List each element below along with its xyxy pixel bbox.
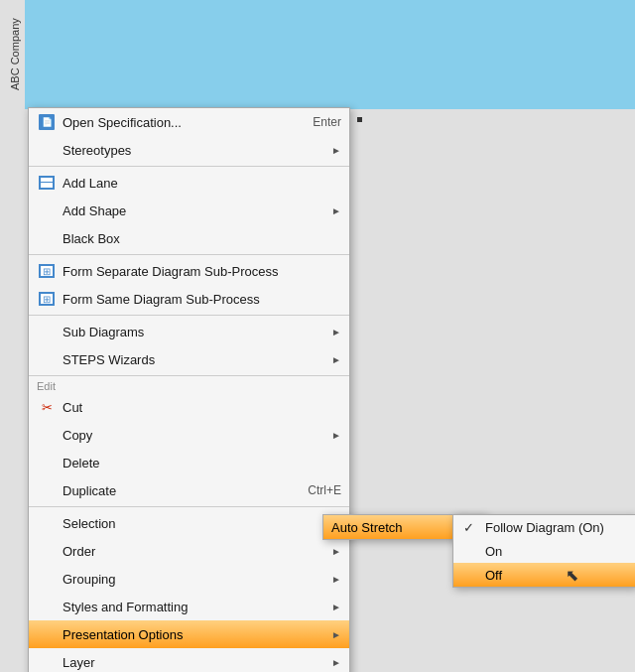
menu-item-layer[interactable]: Layer ► bbox=[29, 648, 349, 672]
no-icon-black-box bbox=[37, 228, 57, 248]
arrow-layer: ► bbox=[331, 657, 341, 668]
menu-label-form-same: Form Same Diagram Sub-Process bbox=[63, 292, 341, 307]
separator-4 bbox=[29, 506, 349, 507]
subprocess2-icon: ⊞ bbox=[37, 289, 57, 309]
submenu-item-on[interactable]: On bbox=[453, 539, 635, 563]
menu-item-copy[interactable]: Copy ► bbox=[29, 421, 349, 449]
shortcut-duplicate: Ctrl+E bbox=[308, 483, 341, 497]
no-icon-stereotypes bbox=[37, 140, 57, 160]
arrow-add-shape: ► bbox=[331, 205, 341, 216]
menu-label-delete: Delete bbox=[63, 456, 341, 470]
shortcut-enter: Enter bbox=[313, 115, 341, 129]
menu-label-copy: Copy bbox=[63, 428, 325, 443]
menu-label-layer: Layer bbox=[63, 655, 325, 670]
mouse-cursor: ⬉ bbox=[566, 566, 578, 585]
no-icon-order bbox=[37, 541, 57, 561]
menu-label-presentation: Presentation Options bbox=[63, 627, 325, 642]
no-icon-selection bbox=[37, 513, 57, 533]
anchor-dot bbox=[357, 117, 362, 122]
no-icon-presentation bbox=[37, 624, 57, 644]
separator-3 bbox=[29, 315, 349, 316]
menu-label-steps: STEPS Wizards bbox=[63, 352, 325, 367]
arrow-order: ► bbox=[331, 546, 341, 557]
menu-item-grouping[interactable]: Grouping ► bbox=[29, 565, 349, 593]
menu-item-styles-formatting[interactable]: Styles and Formatting ► bbox=[29, 593, 349, 620]
canvas-blue-region bbox=[25, 0, 635, 109]
company-label: ABC Company bbox=[5, 5, 25, 104]
menu-item-sub-diagrams[interactable]: Sub Diagrams ► bbox=[29, 318, 349, 345]
menu-label-form-separate: Form Separate Diagram Sub-Process bbox=[63, 264, 341, 279]
no-icon-layer bbox=[37, 652, 57, 672]
scissors-icon: ✂ bbox=[37, 397, 57, 417]
separator-1 bbox=[29, 166, 349, 167]
submenu-label-follow-diagram: Follow Diagram (On) bbox=[485, 520, 604, 535]
check-follow-diagram: ✓ bbox=[463, 520, 481, 535]
menu-label-order: Order bbox=[63, 544, 325, 559]
menu-item-form-same[interactable]: ⊞ Form Same Diagram Sub-Process bbox=[29, 285, 349, 313]
arrow-grouping: ► bbox=[331, 574, 341, 585]
menu-item-black-box[interactable]: Black Box bbox=[29, 224, 349, 252]
menu-label-duplicate: Duplicate bbox=[63, 483, 298, 498]
no-icon-delete bbox=[37, 453, 57, 472]
menu-label-open-spec: Open Specification... bbox=[63, 115, 303, 130]
menu-item-add-shape[interactable]: Add Shape ► bbox=[29, 197, 349, 224]
menu-item-open-spec[interactable]: 📄 Open Specification... Enter bbox=[29, 108, 349, 136]
arrow-copy: ► bbox=[331, 430, 341, 441]
menu-item-stereotypes[interactable]: Stereotypes ► bbox=[29, 136, 349, 164]
context-menu: 📄 Open Specification... Enter Stereotype… bbox=[28, 107, 350, 672]
no-icon-grouping bbox=[37, 569, 57, 589]
lane-icon bbox=[37, 173, 57, 193]
menu-item-duplicate[interactable]: Duplicate Ctrl+E bbox=[29, 476, 349, 504]
menu-item-cut[interactable]: ✂ Cut bbox=[29, 393, 349, 421]
menu-item-add-lane[interactable]: Add Lane bbox=[29, 169, 349, 197]
subprocess-icon: ⊞ bbox=[37, 261, 57, 281]
no-icon-sub-diagrams bbox=[37, 322, 57, 341]
menu-label-selection: Selection bbox=[63, 516, 325, 531]
menu-item-order[interactable]: Order ► bbox=[29, 537, 349, 565]
edit-section-label: Edit bbox=[29, 378, 349, 393]
menu-item-delete[interactable]: Delete bbox=[29, 449, 349, 476]
menu-label-stereotypes: Stereotypes bbox=[63, 143, 325, 158]
menu-label-add-lane: Add Lane bbox=[63, 176, 341, 191]
arrow-styles: ► bbox=[331, 602, 341, 612]
autostretch-label: Auto Stretch bbox=[331, 520, 461, 535]
submenu-item-off[interactable]: Off bbox=[453, 563, 635, 587]
menu-label-black-box: Black Box bbox=[63, 231, 341, 246]
no-icon-add-shape bbox=[37, 201, 57, 220]
arrow-sub-diagrams: ► bbox=[331, 327, 341, 337]
menu-label-grouping: Grouping bbox=[63, 572, 325, 587]
menu-item-form-separate[interactable]: ⊞ Form Separate Diagram Sub-Process bbox=[29, 257, 349, 285]
arrow-presentation: ► bbox=[331, 629, 341, 640]
submenu-label-on: On bbox=[485, 544, 502, 559]
menu-item-presentation-options[interactable]: Presentation Options ► bbox=[29, 620, 349, 648]
doc-icon: 📄 bbox=[37, 112, 57, 132]
separator-edit bbox=[29, 375, 349, 376]
no-icon-styles bbox=[37, 597, 57, 616]
arrow-steps: ► bbox=[331, 354, 341, 365]
menu-label-cut: Cut bbox=[63, 400, 341, 415]
submenu-item-follow-diagram[interactable]: ✓ Follow Diagram (On) bbox=[453, 515, 635, 539]
menu-item-selection[interactable]: Selection ► bbox=[29, 509, 349, 537]
autostretch-options-menu: ✓ Follow Diagram (On) On Off bbox=[452, 514, 635, 588]
submenu-label-off: Off bbox=[485, 568, 502, 583]
no-icon-duplicate bbox=[37, 480, 57, 500]
menu-label-sub-diagrams: Sub Diagrams bbox=[63, 325, 325, 339]
no-icon-copy bbox=[37, 425, 57, 445]
menu-label-styles: Styles and Formatting bbox=[63, 600, 325, 614]
no-icon-steps bbox=[37, 349, 57, 369]
menu-label-add-shape: Add Shape bbox=[63, 203, 325, 218]
menu-item-steps-wizards[interactable]: STEPS Wizards ► bbox=[29, 345, 349, 373]
separator-2 bbox=[29, 254, 349, 255]
arrow-stereotypes: ► bbox=[331, 145, 341, 156]
